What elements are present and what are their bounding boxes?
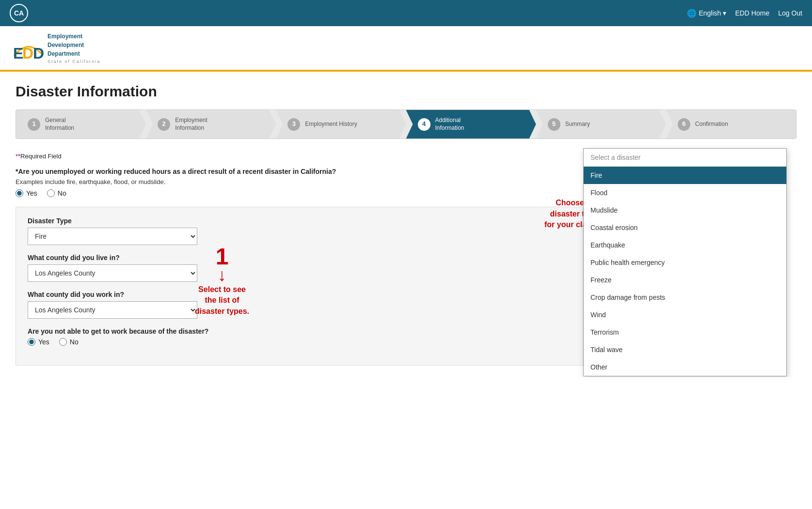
disaster-dropdown-overlay: Select a disaster Fire Flood Mudslide Co… xyxy=(583,148,787,376)
dropdown-option-fire[interactable]: Fire xyxy=(584,167,786,184)
dropdown-option-freeze[interactable]: Freeze xyxy=(584,271,786,289)
disaster-type-select[interactable]: Select a disaster Fire Flood Mudslide Co… xyxy=(28,228,197,245)
disaster-no-radio[interactable] xyxy=(47,189,55,197)
top-navigation: CA 🌐 English ▾ EDD Home Log Out xyxy=(0,0,812,26)
language-selector[interactable]: 🌐 English ▾ xyxy=(687,9,726,18)
disaster-type-group: Disaster Type Select a disaster Fire Flo… xyxy=(28,217,571,245)
step-6-num: 6 xyxy=(678,118,690,131)
dropdown-option-coastal-erosion[interactable]: Coastal erosion xyxy=(584,219,786,236)
county-live-label: What county did you live in? xyxy=(28,254,571,262)
form-section: Disaster Type Select a disaster Fire Flo… xyxy=(16,207,583,366)
top-nav-right: 🌐 English ▾ EDD Home Log Out xyxy=(687,9,802,18)
county-work-label: What county did you work in? xyxy=(28,291,571,298)
dropdown-option-wind[interactable]: Wind xyxy=(584,306,786,324)
logout-link[interactable]: Log Out xyxy=(778,9,802,17)
disaster-type-label: Disaster Type xyxy=(28,217,571,225)
dropdown-option-earthquake[interactable]: Earthquake xyxy=(584,236,786,254)
edd-home-link[interactable]: EDD Home xyxy=(735,9,769,17)
step-3[interactable]: 3 Employment History xyxy=(276,110,406,139)
step-4-num: 4 xyxy=(418,118,430,131)
page-content: Disaster Information 1 GeneralInformatio… xyxy=(0,72,812,377)
step-2-num: 2 xyxy=(158,118,170,131)
disaster-yes-label[interactable]: Yes xyxy=(16,189,37,197)
annotation-1-text: Select to seethe list ofdisaster types. xyxy=(195,284,249,317)
disaster-yes-radio[interactable] xyxy=(16,189,23,197)
step-4-label: AdditionalInformation xyxy=(435,117,464,132)
edd-text-logo: E D D Employment Development Department … xyxy=(12,32,101,64)
edd-full-name: Employment Development Department xyxy=(48,32,101,58)
edd-logo-area: E D D Employment Development Department … xyxy=(12,32,101,64)
dropdown-option-mudslide[interactable]: Mudslide xyxy=(584,201,786,219)
work-question-label: Are you not able to get to work because … xyxy=(28,327,571,335)
step-6[interactable]: 6 Confirmation xyxy=(666,110,796,139)
question-1-sublabel: Examples include fire, earthquake, flood… xyxy=(16,178,583,185)
step-5[interactable]: 5 Summary xyxy=(536,110,666,139)
disaster-yes-no-group: Yes No xyxy=(16,189,583,197)
dropdown-option-flood[interactable]: Flood xyxy=(584,184,786,201)
work-yes-radio[interactable] xyxy=(28,338,35,346)
work-yes-no-group: Yes No xyxy=(28,338,571,346)
county-live-select[interactable]: Los Angeles County xyxy=(28,264,197,282)
step-5-label: Summary xyxy=(565,121,590,128)
work-question-block: Are you not able to get to work because … xyxy=(28,327,571,346)
step-6-label: Confirmation xyxy=(695,121,728,128)
step-5-num: 5 xyxy=(548,118,560,131)
ca-logo-circle: CA xyxy=(10,4,28,22)
disaster-no-label[interactable]: No xyxy=(47,189,66,197)
question-1-block: *Are you unemployed or working reduced h… xyxy=(16,168,583,197)
globe-icon: 🌐 xyxy=(687,9,697,18)
step-1[interactable]: 1 GeneralInformation xyxy=(16,110,146,139)
annotation-1: 1 ↓ Select to seethe list ofdisaster typ… xyxy=(195,245,249,317)
step-1-label: GeneralInformation xyxy=(45,117,74,132)
work-yes-label[interactable]: Yes xyxy=(28,338,49,346)
dropdown-placeholder: Select a disaster xyxy=(584,149,786,167)
step-2-label: EmploymentInformation xyxy=(175,117,207,132)
dropdown-option-terrorism[interactable]: Terrorism xyxy=(584,324,786,341)
edd-logo-svg: E D D xyxy=(12,35,46,60)
chevron-down-icon: ▾ xyxy=(723,9,726,17)
right-panel: 2 Choose thedisaster typefor your claim.… xyxy=(583,168,796,366)
language-label: English xyxy=(699,9,721,17)
question-1-label: *Are you unemployed or working reduced h… xyxy=(16,168,583,175)
work-no-label[interactable]: No xyxy=(59,338,79,346)
step-1-num: 1 xyxy=(28,118,40,131)
step-3-label: Employment History xyxy=(305,121,357,128)
work-no-radio[interactable] xyxy=(59,338,67,346)
dropdown-option-public-health[interactable]: Public health emergency xyxy=(584,254,786,271)
county-work-select[interactable]: Los Angeles County xyxy=(28,301,197,319)
step-2[interactable]: 2 EmploymentInformation xyxy=(146,110,276,139)
svg-text:D: D xyxy=(22,45,33,60)
form-column: *Are you unemployed or working reduced h… xyxy=(16,168,583,366)
step-3-num: 3 xyxy=(287,118,300,131)
county-live-group: What county did you live in? Los Angeles… xyxy=(28,254,571,282)
step-4[interactable]: 4 AdditionalInformation xyxy=(406,110,536,139)
main-layout: *Are you unemployed or working reduced h… xyxy=(16,168,796,366)
stepper: 1 GeneralInformation 2 EmploymentInforma… xyxy=(16,109,796,139)
ca-logo-text: CA xyxy=(14,9,24,17)
edd-header: E D D Employment Development Department … xyxy=(0,26,812,72)
svg-text:D: D xyxy=(33,45,44,60)
dropdown-option-crop-damage[interactable]: Crop damage from pests xyxy=(584,289,786,306)
ca-logo: CA xyxy=(10,4,28,22)
page-title: Disaster Information xyxy=(16,83,796,100)
annotation-1-arrow: ↓ xyxy=(218,268,226,282)
county-work-group: What county did you work in? Los Angeles… xyxy=(28,291,571,319)
dropdown-option-tidal-wave[interactable]: Tidal wave xyxy=(584,341,786,358)
edd-state-label: State of California xyxy=(48,59,101,64)
dropdown-option-other[interactable]: Other xyxy=(584,358,786,376)
